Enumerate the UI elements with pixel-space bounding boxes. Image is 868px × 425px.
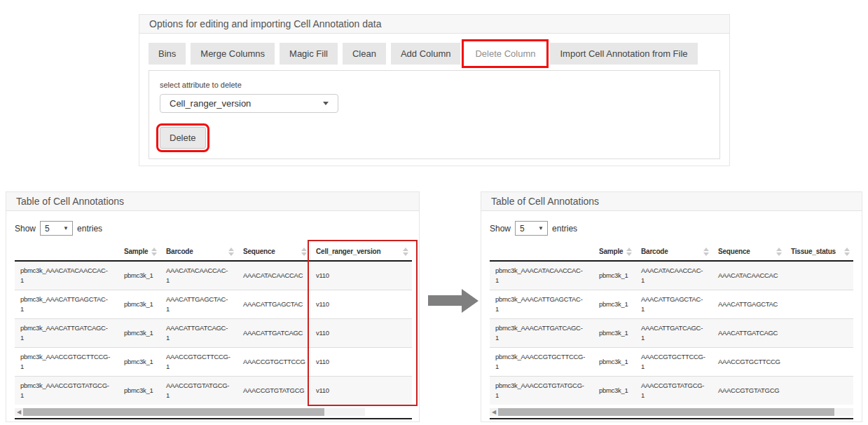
left-table-title: Table of Cell Annotations xyxy=(6,192,419,211)
tab-bins[interactable]: Bins xyxy=(149,43,186,65)
options-panel-title: Options for editing and importing Cell A… xyxy=(139,15,729,34)
table-row[interactable]: pbmc3k_AAACATACAACCAC-1pbmc3k_1AAACATACA… xyxy=(490,261,853,290)
table-cell: pbmc3k_1 xyxy=(593,318,635,347)
table-cell: AAACCGTGCTTCCG xyxy=(237,347,310,376)
table-cell: AAACATACAACCAC xyxy=(712,261,785,290)
column-header-sample[interactable]: Sample xyxy=(118,243,160,261)
table-header-row: SampleBarcodeSequenceCell_ranger_version xyxy=(15,243,412,261)
cell-annotations-panel-before: Table of Cell Annotations Show 5 ▼ entri… xyxy=(6,191,420,422)
table-cell: v110 xyxy=(310,318,412,347)
chevron-down-icon xyxy=(323,102,329,105)
delete-column-tab-content: select attribute to delete Cell_ranger_v… xyxy=(149,70,720,159)
column-header-sequence[interactable]: Sequence xyxy=(712,243,785,261)
table-cell: pbmc3k_1 xyxy=(593,347,635,376)
sort-icon xyxy=(403,248,408,256)
table-cell: AAACATTGATCAGC xyxy=(237,318,310,347)
table-row[interactable]: pbmc3k_AAACCGTGTATGCG-1pbmc3k_1AAACCGTGT… xyxy=(15,376,412,405)
table-cell: AAACATTGATCAGC-1 xyxy=(160,318,237,347)
table-cell: pbmc3k_AAACATTGATCAGC-1 xyxy=(490,318,593,347)
column-header-cell-ranger-version[interactable]: Cell_ranger_version xyxy=(310,243,412,261)
table-header-row: SampleBarcodeSequenceTissue_status xyxy=(490,243,853,261)
column-header-label: Sample xyxy=(124,248,148,255)
table-row[interactable]: pbmc3k_AAACCGTGCTTCCG-1pbmc3k_1AAACCGTGC… xyxy=(490,347,853,376)
sort-icon xyxy=(301,248,307,256)
delete-button[interactable]: Delete xyxy=(160,127,206,149)
column-header-sample[interactable]: Sample xyxy=(593,243,635,261)
tab-import-cell-annotation-from-file[interactable]: Import Cell Annotation from File xyxy=(550,43,697,65)
table-row[interactable]: pbmc3k_AAACCGTGTATGCG-1pbmc3k_1AAACCGTGT… xyxy=(490,376,853,405)
scroll-left-arrow-icon[interactable]: ◀ xyxy=(490,408,498,416)
scroll-left-arrow-icon[interactable]: ◀ xyxy=(15,408,23,416)
table-cell: AAACCGTGTATGCG-1 xyxy=(160,376,237,405)
table-row[interactable]: pbmc3k_AAACATTGATCAGC-1pbmc3k_1AAACATTGA… xyxy=(15,318,412,347)
cell-annotations-table-after: SampleBarcodeSequenceTissue_statuspbmc3k… xyxy=(490,243,853,405)
table-bottom-border xyxy=(490,418,853,419)
table-cell: pbmc3k_1 xyxy=(118,261,160,290)
column-header-barcode[interactable]: Barcode xyxy=(160,243,237,261)
table-cell: AAACATACAACCAC xyxy=(237,261,310,290)
column-header-rownames xyxy=(490,243,593,261)
entries-label: entries xyxy=(77,224,102,234)
table-row[interactable]: pbmc3k_AAACATACAACCAC-1pbmc3k_1AAACATACA… xyxy=(15,261,412,290)
horizontal-scrollbar[interactable]: ◀ xyxy=(490,408,853,416)
horizontal-scrollbar[interactable]: ◀ xyxy=(15,408,365,416)
tab-delete-column[interactable]: Delete Column xyxy=(465,43,545,65)
column-header-label: Sequence xyxy=(243,248,275,255)
table-cell: pbmc3k_AAACATTGAGCTAC-1 xyxy=(15,290,118,318)
table-cell: AAACCGTGTATGCG xyxy=(237,376,310,405)
attribute-select-value: Cell_ranger_version xyxy=(170,98,251,109)
table-cell: AAACCGTGTATGCG-1 xyxy=(635,376,712,405)
show-label: Show xyxy=(490,224,511,234)
table-cell: pbmc3k_AAACATTGATCAGC-1 xyxy=(15,318,118,347)
entries-per-page-select[interactable]: 5 ▼ xyxy=(515,221,548,236)
sort-icon xyxy=(626,248,632,256)
column-header-tissue-status[interactable]: Tissue_status xyxy=(785,243,853,261)
table-cell xyxy=(785,318,853,347)
column-header-sequence[interactable]: Sequence xyxy=(237,243,310,261)
show-label: Show xyxy=(15,224,36,234)
entries-per-page-select[interactable]: 5 ▼ xyxy=(40,221,73,236)
right-table-title: Table of Cell Annotations xyxy=(481,192,862,211)
scrollbar-thumb[interactable] xyxy=(23,408,324,416)
table-cell: pbmc3k_AAACCGTGCTTCCG-1 xyxy=(15,347,118,376)
chevron-down-icon: ▼ xyxy=(538,226,544,231)
table-cell: v110 xyxy=(310,290,412,318)
table-row[interactable]: pbmc3k_AAACCGTGCTTCCG-1pbmc3k_1AAACCGTGC… xyxy=(15,347,412,376)
table-cell: pbmc3k_1 xyxy=(118,376,160,405)
table-cell: AAACCGTGCTTCCG xyxy=(712,347,785,376)
arrow-body xyxy=(428,295,462,306)
tab-add-column[interactable]: Add Column xyxy=(391,43,461,65)
table-cell: AAACATTGAGCTAC xyxy=(712,290,785,318)
show-entries-control: Show 5 ▼ entries xyxy=(15,221,411,236)
table-cell: pbmc3k_1 xyxy=(593,290,635,318)
column-header-label: Tissue_status xyxy=(791,248,836,255)
arrow-right-icon xyxy=(428,289,478,313)
table-cell: AAACCGTGCTTCCG-1 xyxy=(160,347,237,376)
column-header-barcode[interactable]: Barcode xyxy=(635,243,712,261)
table-cell: pbmc3k_AAACCGTGTATGCG-1 xyxy=(490,376,593,405)
table-row[interactable]: pbmc3k_AAACATTGAGCTAC-1pbmc3k_1AAACATTGA… xyxy=(490,290,853,318)
column-header-label: Sequence xyxy=(718,248,750,255)
table-cell: pbmc3k_1 xyxy=(593,261,635,290)
table-cell: pbmc3k_AAACCGTGCTTCCG-1 xyxy=(490,347,593,376)
page: Options for editing and importing Cell A… xyxy=(0,0,868,425)
table-row[interactable]: pbmc3k_AAACATTGATCAGC-1pbmc3k_1AAACATTGA… xyxy=(490,318,853,347)
table-cell xyxy=(785,376,853,405)
entries-per-page-value: 5 xyxy=(45,224,50,234)
table-cell: pbmc3k_1 xyxy=(118,347,160,376)
column-header-label: Barcode xyxy=(166,248,193,255)
tab-merge-columns[interactable]: Merge Columns xyxy=(191,43,275,65)
scrollbar-thumb[interactable] xyxy=(498,408,834,416)
sort-icon xyxy=(703,248,709,256)
sort-icon xyxy=(776,248,782,256)
column-header-label: Barcode xyxy=(641,248,668,255)
table-cell: v110 xyxy=(310,347,412,376)
column-header-rownames xyxy=(15,243,118,261)
sort-icon xyxy=(228,248,234,256)
tab-clean[interactable]: Clean xyxy=(343,43,386,65)
table-cell xyxy=(785,290,853,318)
arrow-head xyxy=(462,289,478,313)
attribute-select-dropdown[interactable]: Cell_ranger_version xyxy=(160,94,338,113)
tab-magic-fill[interactable]: Magic Fill xyxy=(280,43,338,65)
table-row[interactable]: pbmc3k_AAACATTGAGCTAC-1pbmc3k_1AAACATTGA… xyxy=(15,290,412,318)
